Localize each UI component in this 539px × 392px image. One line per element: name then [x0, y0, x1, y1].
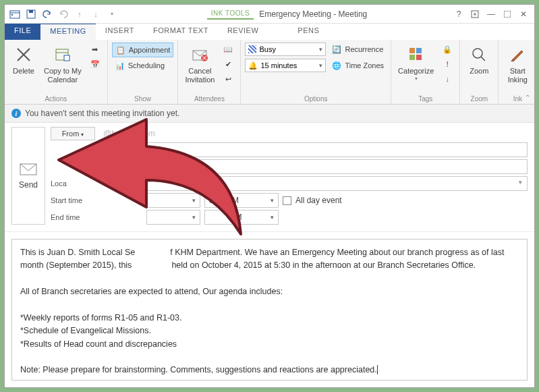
close-icon[interactable]: ✕	[517, 8, 530, 20]
cancel-invitation-button[interactable]: Cancel Invitation	[182, 43, 217, 86]
check-names-button[interactable]: ✔	[220, 57, 236, 71]
address-book-button[interactable]: 📖	[220, 43, 236, 56]
svg-rect-17	[416, 48, 422, 53]
zoom-button[interactable]: Zoom	[464, 43, 494, 77]
delete-button[interactable]: Delete	[9, 43, 38, 77]
cancel-label: Cancel Invitation	[185, 67, 215, 84]
svg-rect-19	[416, 55, 422, 60]
group-options-label: Options	[245, 95, 387, 104]
delete-icon	[13, 44, 34, 65]
calendar-small-icon: 📅	[90, 59, 101, 69]
end-date-field[interactable]: ▾	[146, 210, 200, 225]
group-zoom-label: Zoom	[464, 95, 494, 104]
undo-icon[interactable]	[41, 8, 53, 20]
contextual-tab-label: INK TOOLS	[207, 8, 254, 20]
bell-icon: 🔔	[248, 61, 258, 70]
chevron-down-icon: ▾	[192, 197, 196, 204]
info-bar: i You haven't sent this meeting invitati…	[5, 105, 534, 123]
send-button[interactable]: Send	[11, 127, 45, 225]
save-icon[interactable]	[25, 8, 37, 20]
location-label: Loca	[51, 179, 95, 188]
title-bar: ↑ ↓ ▾ INK TOOLS Emergency Meeting - Meet…	[5, 5, 534, 24]
busy-swatch-icon	[248, 45, 256, 53]
end-time-field[interactable]: M▾	[204, 210, 279, 225]
info-text: You haven't sent this meeting invitation…	[25, 109, 179, 118]
qat-down-icon[interactable]: ↓	[90, 8, 102, 20]
qat-calendar-icon[interactable]	[9, 8, 21, 20]
low-importance-button[interactable]: ↓	[439, 72, 455, 86]
tab-pens[interactable]: PENS	[288, 24, 329, 40]
copy-to-calendar-button[interactable]: Copy to My Calendar	[41, 43, 84, 86]
all-day-label: All day event	[295, 196, 342, 205]
chevron-down-icon: ▾	[192, 214, 196, 221]
redo-icon[interactable]	[57, 8, 69, 20]
ribbon-options-icon[interactable]	[468, 8, 482, 20]
chevron-down-icon: ▾	[319, 62, 322, 69]
end-time-label: End time	[51, 213, 95, 221]
group-show: 📋Appointment 📊Scheduling Show	[108, 40, 179, 104]
group-tags: Categorize ▾ 🔒 ! ↓ Tags	[391, 40, 460, 104]
start-inking-button[interactable]: Start Inking	[503, 43, 532, 86]
response-icon: ↩	[223, 74, 233, 84]
zoom-icon	[468, 44, 490, 65]
start-time-field[interactable]: 8:00 AM▾	[204, 193, 279, 208]
show-as-dropdown[interactable]: Busy ▾	[245, 43, 326, 56]
recurrence-button[interactable]: 🔄Recurrence	[329, 43, 387, 56]
chevron-down-icon: ▾	[517, 177, 524, 188]
tab-format-text[interactable]: FORMAT TEXT	[144, 24, 218, 40]
svg-line-21	[481, 57, 485, 61]
appointment-icon: 📋	[115, 45, 126, 55]
forward-button[interactable]: ➡	[87, 43, 103, 56]
copy-label: Copy to My Calendar	[44, 67, 82, 84]
group-attendees-label: Attendees	[182, 95, 236, 104]
info-icon: i	[11, 109, 21, 118]
subject-field[interactable]	[99, 159, 528, 174]
private-button[interactable]: 🔒	[439, 43, 455, 56]
svg-point-20	[473, 49, 482, 58]
group-actions: Delete Copy to My Calendar ➡ 📅 Actions	[5, 40, 108, 104]
all-day-checkbox[interactable]	[283, 196, 291, 205]
message-body[interactable]: This is Juan D. Smith Local Se f KHM Dep…	[11, 239, 528, 381]
lock-icon: 🔒	[442, 44, 453, 55]
calendar-small-button[interactable]: 📅	[87, 57, 103, 71]
group-show-label: Show	[112, 95, 174, 104]
recurrence-icon: 🔄	[331, 44, 342, 55]
start-date-field[interactable]: ▾	[146, 193, 200, 208]
from-button[interactable]: From ▾	[51, 127, 95, 140]
qat-up-icon[interactable]: ↑	[74, 8, 86, 20]
group-actions-label: Actions	[9, 95, 103, 104]
tab-meeting[interactable]: MEETING	[40, 24, 96, 40]
appointment-button[interactable]: 📋Appointment	[112, 43, 174, 57]
response-options-button[interactable]: ↩	[220, 72, 236, 86]
address-book-icon: 📖	[223, 44, 233, 55]
forward-icon: ➡	[90, 44, 101, 55]
chevron-down-icon: ▾	[319, 46, 322, 53]
categorize-button[interactable]: Categorize ▾	[395, 43, 436, 84]
svg-rect-6	[504, 11, 511, 18]
collapse-ribbon-icon[interactable]: ⌃	[525, 94, 530, 101]
tab-review[interactable]: REVIEW	[218, 24, 268, 40]
scheduling-button[interactable]: 📊Scheduling	[112, 59, 174, 72]
globe-icon: 🌐	[331, 60, 342, 71]
chevron-down-icon: ▾	[81, 132, 84, 138]
high-importance-button[interactable]: !	[439, 57, 455, 71]
reminder-dropdown[interactable]: 🔔 15 minutes ▾	[245, 59, 326, 72]
calendar-copy-icon	[52, 44, 74, 65]
qat-customize-icon[interactable]: ▾	[106, 8, 118, 20]
minimize-icon[interactable]: —	[484, 8, 498, 20]
maximize-icon[interactable]	[501, 8, 514, 20]
to-field[interactable]	[99, 142, 528, 157]
app-window: ↑ ↓ ▾ INK TOOLS Emergency Meeting - Meet…	[4, 4, 535, 388]
ribbon: Delete Copy to My Calendar ➡ 📅 Actions 📋…	[5, 40, 534, 105]
svg-rect-18	[409, 55, 415, 60]
group-tags-label: Tags	[395, 95, 455, 104]
svg-rect-4	[29, 10, 33, 13]
time-zones-button[interactable]: 🌐Time Zones	[329, 59, 387, 72]
tab-insert[interactable]: INSERT	[96, 24, 144, 40]
location-field[interactable]: ▾	[146, 176, 528, 191]
group-options: Busy ▾ 🔔 15 minutes ▾ 🔄Recurrence 🌐Time …	[241, 40, 391, 104]
help-icon[interactable]: ?	[452, 8, 465, 20]
pen-icon	[507, 44, 528, 65]
window-title: Emergency Meeting - Meeting	[259, 9, 367, 19]
tab-file[interactable]: FILE	[5, 24, 40, 40]
